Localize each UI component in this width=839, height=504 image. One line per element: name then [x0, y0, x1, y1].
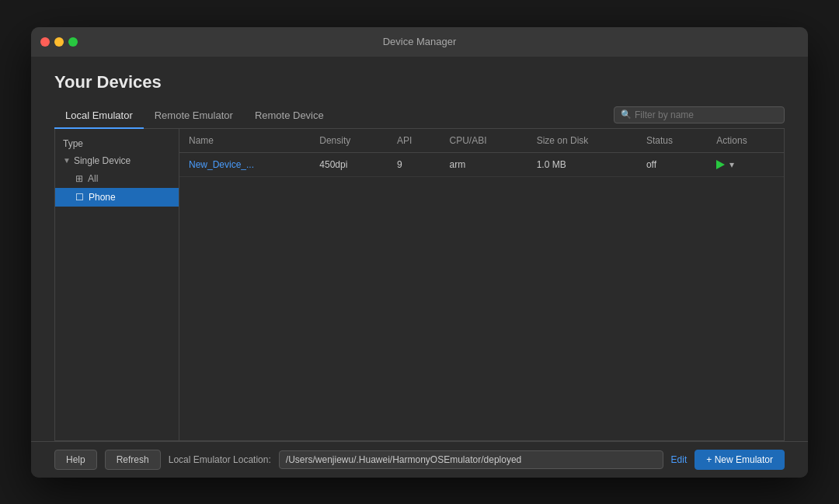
filter-input-wrap: 🔍 [614, 106, 785, 123]
col-cpu-abi: CPU/ABI [440, 129, 527, 153]
maximize-button[interactable] [68, 37, 78, 47]
search-icon: 🔍 [621, 109, 632, 120]
api-cell: 9 [388, 152, 440, 176]
col-name: Name [179, 129, 310, 153]
footer: Help Refresh Local Emulator Location: Ed… [31, 441, 808, 478]
title-bar: Device Manager [31, 27, 808, 57]
device-name-link[interactable]: New_Device_... [189, 159, 254, 170]
content-area: Type ▼ Single Device ⊞ All ☐ Phone [54, 129, 785, 441]
new-emulator-button[interactable]: + New Emulator [695, 450, 785, 470]
minimize-button[interactable] [54, 37, 64, 47]
devices-table: Name Density API CPU/ABI Size on Disk St… [179, 129, 784, 177]
type-label: Type [63, 138, 83, 149]
status-cell: off [637, 152, 707, 176]
location-input[interactable] [279, 450, 663, 469]
phone-label: Phone [89, 192, 116, 203]
traffic-lights [40, 37, 78, 47]
refresh-button[interactable]: Refresh [105, 450, 161, 470]
location-label: Local Emulator Location: [169, 454, 271, 465]
close-button[interactable] [40, 37, 50, 47]
col-density: Density [310, 129, 388, 153]
size-cell: 1.0 MB [527, 152, 637, 176]
col-status: Status [637, 129, 707, 153]
single-device-label: Single Device [74, 155, 131, 166]
actions-container: ▾ [716, 159, 775, 170]
phone-icon: ☐ [75, 192, 84, 203]
main-window: Device Manager Your Devices Local Emulat… [31, 27, 808, 478]
tab-remote-emulator[interactable]: Remote Emulator [144, 105, 244, 129]
col-api: API [388, 129, 440, 153]
page-title: Your Devices [54, 72, 785, 92]
arrow-icon: ▼ [63, 156, 71, 165]
sidebar: Type ▼ Single Device ⊞ All ☐ Phone [55, 129, 179, 440]
tabs: Local Emulator Remote Emulator Remote De… [54, 105, 335, 128]
sidebar-item-phone[interactable]: ☐ Phone [55, 188, 179, 207]
actions-cell: ▾ [707, 152, 784, 176]
dropdown-arrow-icon[interactable]: ▾ [729, 159, 734, 170]
tabs-row: Local Emulator Remote Emulator Remote De… [54, 105, 785, 129]
help-button[interactable]: Help [54, 450, 97, 470]
density-cell: 450dpi [310, 152, 388, 176]
table-area: Name Density API CPU/ABI Size on Disk St… [179, 129, 784, 440]
sidebar-item-all[interactable]: ⊞ All [55, 169, 179, 188]
edit-link[interactable]: Edit [671, 454, 688, 465]
all-label: All [88, 173, 98, 184]
table-header-row: Name Density API CPU/ABI Size on Disk St… [179, 129, 784, 153]
play-button[interactable] [716, 160, 725, 169]
col-size: Size on Disk [527, 129, 637, 153]
table-row: New_Device_... 450dpi 9 arm 1.0 MB off ▾ [179, 152, 784, 176]
window-title: Device Manager [383, 36, 457, 47]
tab-remote-device[interactable]: Remote Device [244, 105, 335, 129]
filter-input[interactable] [635, 109, 778, 120]
tab-local-emulator[interactable]: Local Emulator [54, 105, 144, 129]
cpu-abi-cell: arm [440, 152, 527, 176]
sidebar-single-device-header: ▼ Single Device [55, 152, 179, 169]
sidebar-type-header: Type [55, 135, 179, 152]
col-actions: Actions [707, 129, 784, 153]
main-content: Your Devices Local Emulator Remote Emula… [31, 57, 808, 441]
device-name-cell: New_Device_... [179, 152, 310, 176]
all-icon: ⊞ [75, 173, 83, 184]
